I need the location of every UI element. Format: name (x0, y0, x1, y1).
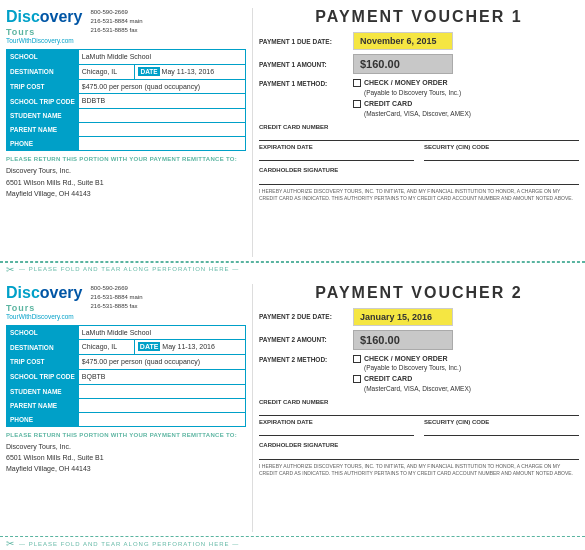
exp-label-1: EXPIRATION DATE (259, 144, 414, 150)
tear-text: — PLEASE FOLD AND TEAR ALONG PERFORATION… (19, 266, 239, 272)
cc-option-1: CREDIT CARD (MasterCard, VISA, Discover,… (353, 99, 471, 118)
school-label-2: SCHOOL (7, 325, 79, 340)
check-checkbox-1[interactable] (353, 79, 361, 87)
phone1-2: 800-590-2669 (91, 284, 143, 293)
due-value-2: January 15, 2016 (353, 308, 453, 326)
dest-value-2: Chicago, IL (78, 340, 134, 355)
info-table-1: SCHOOL LaMuth Middle School DESTINATION … (6, 49, 246, 151)
table-row: TRIP COST $475.00 per person (quad occup… (7, 355, 246, 370)
due-label-2: PAYMENT 2 DUE DATE: (259, 313, 349, 320)
sec-label-1: SECURITY (CIN) CODE (424, 144, 579, 150)
table-row: SCHOOL LaMuth Middle School (7, 325, 246, 340)
logo-tours-1: Tours (6, 27, 83, 37)
student-value-2[interactable] (78, 384, 245, 398)
logo-website-2: TourWithDiscovery.com (6, 313, 83, 320)
logo-tours-2: Tours (6, 303, 83, 313)
exp-input-1[interactable] (259, 151, 414, 161)
school-label-1: SCHOOL (7, 50, 79, 65)
tripcost-label-1: TRIP COST (7, 79, 79, 94)
due-value-1: November 6, 2015 (353, 32, 453, 50)
phone-value-2[interactable] (78, 412, 245, 426)
method-row-2: PAYMENT 2 METHOD: CHECK / MONEY ORDER (P… (259, 354, 579, 396)
student-label-1: STUDENT NAME (7, 109, 79, 123)
phone-value-1[interactable] (78, 137, 245, 151)
table-row: PARENT NAME (7, 123, 246, 137)
tripcode-value-1: BDBTB (78, 94, 245, 109)
table-row: DESTINATION Chicago, IL DATE May 11-13, … (7, 64, 246, 79)
exp-label-2: EXPIRATION DATE (259, 419, 414, 425)
left-panel-2: Discovery Tours TourWithDiscovery.com 80… (6, 284, 246, 533)
logo-2: Discovery Tours TourWithDiscovery.com (6, 284, 83, 320)
parent-value-1[interactable] (78, 123, 245, 137)
parent-label-2: PARENT NAME (7, 398, 79, 412)
amount-row-2: PAYMENT 2 AMOUNT: $160.00 (259, 330, 579, 350)
exp-input-2[interactable] (259, 426, 414, 436)
cc-checkbox-2[interactable] (353, 375, 361, 383)
cc-label-text-2: CREDIT CARD (MasterCard, VISA, Discover,… (364, 374, 471, 393)
voucher-title-2: PAYMENT VOUCHER 2 (259, 284, 579, 302)
remit-addr2-1: Mayfield Village, OH 44143 (6, 188, 246, 199)
logo-area-2: Discovery Tours TourWithDiscovery.com 80… (6, 284, 246, 320)
remit-instruction-1: PLEASE RETURN THIS PORTION WITH YOUR PAY… (6, 156, 246, 162)
sec-label-2: SECURITY (CIN) CODE (424, 419, 579, 425)
tripcost-value-1: $475.00 per person (quad occupancy) (78, 79, 245, 94)
table-row: PHONE (7, 412, 246, 426)
section-2: Discovery Tours TourWithDiscovery.com 80… (0, 276, 585, 537)
logo-brand-1: Discovery (6, 8, 83, 26)
phone1-1: 800-590-2669 (91, 8, 143, 17)
cc-number-input-1[interactable] (259, 131, 579, 141)
sig-label-1: CARDHOLDER SIGNATURE (259, 167, 579, 173)
cc-checkbox-1[interactable] (353, 100, 361, 108)
dest-label-1: DESTINATION (7, 64, 79, 79)
parent-value-2[interactable] (78, 398, 245, 412)
sig-line-2[interactable] (259, 450, 579, 460)
phone3-1: 216-531-8885 fax (91, 26, 143, 35)
sig-text-1: I HEREBY AUTHORIZE DISCOVERY TOURS, INC.… (259, 188, 579, 202)
amount-row-1: PAYMENT 1 AMOUNT: $160.00 (259, 54, 579, 74)
sec-field-2: SECURITY (CIN) CODE (424, 419, 579, 436)
logo-brand-2: Discovery (6, 284, 83, 302)
amount-label-2: PAYMENT 2 AMOUNT: (259, 336, 349, 343)
cc-number-field-2: CREDIT CARD NUMBER (259, 399, 579, 416)
sig-area-2: CARDHOLDER SIGNATURE I HEREBY AUTHORIZE … (259, 442, 579, 477)
amount-label-1: PAYMENT 1 AMOUNT: (259, 61, 349, 68)
check-checkbox-2[interactable] (353, 355, 361, 363)
logo-disc-1: Disc (6, 8, 40, 25)
school-value-1: LaMuth Middle School (78, 50, 245, 65)
sig-line-1[interactable] (259, 175, 579, 185)
cc-option-2: CREDIT CARD (MasterCard, VISA, Discover,… (353, 374, 471, 393)
tear-line: ✂ — PLEASE FOLD AND TEAR ALONG PERFORATI… (0, 262, 585, 276)
due-label-1: PAYMENT 1 DUE DATE: (259, 38, 349, 45)
check-label-1: CHECK / MONEY ORDER (Payable to Discover… (364, 78, 461, 97)
logo-area-1: Discovery Tours TourWithDiscovery.com 80… (6, 8, 246, 44)
sec-field-1: SECURITY (CIN) CODE (424, 144, 579, 161)
table-row: PHONE (7, 137, 246, 151)
cc-number-input-2[interactable] (259, 406, 579, 416)
remit-addr1-1: 6501 Wilson Mills Rd., Suite B1 (6, 177, 246, 188)
table-row: TRIP COST $475.00 per person (quad occup… (7, 79, 246, 94)
logo-overy-1: overy (40, 8, 83, 25)
date-value-2: May 11-13, 2016 (162, 343, 215, 350)
student-value-1[interactable] (78, 109, 245, 123)
amount-value-2: $160.00 (353, 330, 453, 350)
table-row: SCHOOL TRIP CODE BQBTB (7, 369, 246, 384)
table-row: STUDENT NAME (7, 384, 246, 398)
tripcode-value-2: BQBTB (78, 369, 245, 384)
tear-line-bottom: ✂ — PLEASE FOLD AND TEAR ALONG PERFORATI… (0, 536, 585, 550)
sec-input-1[interactable] (424, 151, 579, 161)
logo-contact-2: 800-590-2669 216-531-8884 main 216-531-8… (91, 284, 143, 311)
check-label-2: CHECK / MONEY ORDER (Payable to Discover… (364, 354, 461, 373)
sec-input-2[interactable] (424, 426, 579, 436)
sig-label-2: CARDHOLDER SIGNATURE (259, 442, 579, 448)
cc-number-label-1: CREDIT CARD NUMBER (259, 124, 579, 130)
logo-overy-2: overy (40, 284, 83, 301)
table-row: SCHOOL TRIP CODE BDBTB (7, 94, 246, 109)
due-date-row-1: PAYMENT 1 DUE DATE: November 6, 2015 (259, 32, 579, 50)
page: Discovery Tours TourWithDiscovery.com 80… (0, 0, 585, 550)
phone-label-1: PHONE (7, 137, 79, 151)
remit-addr1-2: 6501 Wilson Mills Rd., Suite B1 (6, 452, 246, 463)
sig-area-1: CARDHOLDER SIGNATURE I HEREBY AUTHORIZE … (259, 167, 579, 202)
cc-label-text-1: CREDIT CARD (MasterCard, VISA, Discover,… (364, 99, 471, 118)
table-row: PARENT NAME (7, 398, 246, 412)
method-row-1: PAYMENT 1 METHOD: CHECK / MONEY ORDER (P… (259, 78, 579, 120)
